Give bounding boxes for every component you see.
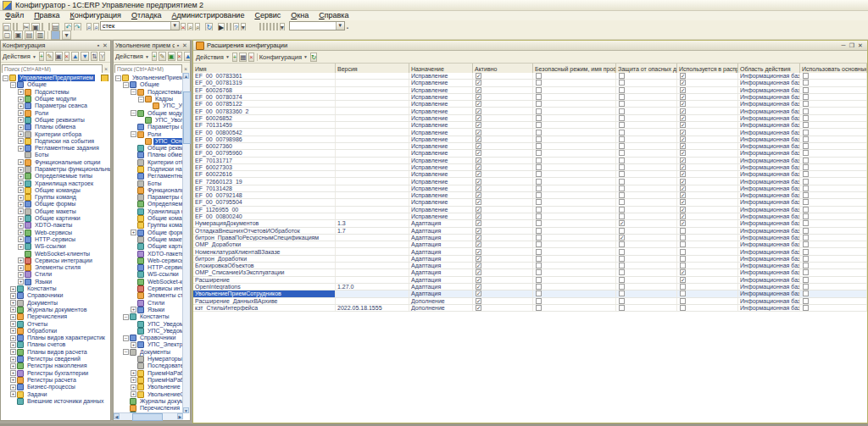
protection-unchecked-checkbox[interactable] bbox=[619, 101, 625, 107]
ext-active-cell[interactable]: ✓ bbox=[473, 73, 533, 79]
active-checked-checkbox[interactable]: ✓ bbox=[476, 150, 481, 156]
ext-scope-cell[interactable]: Информационная база bbox=[738, 192, 800, 198]
ext-purpose-cell[interactable]: Исправление bbox=[409, 207, 473, 213]
ext-version-cell[interactable] bbox=[336, 199, 409, 205]
safe-mode-unchecked-checkbox[interactable] bbox=[536, 284, 542, 290]
collapse-icon[interactable]: – bbox=[123, 349, 129, 355]
expand-icon[interactable]: + bbox=[10, 293, 16, 299]
protection-unchecked-checkbox[interactable] bbox=[619, 150, 625, 156]
active-checked-checkbox[interactable]: ✓ bbox=[476, 122, 481, 128]
horizontal-scrollbar[interactable]: ◀ ▶ bbox=[114, 412, 183, 420]
base-roles-unchecked-checkbox[interactable] bbox=[803, 192, 809, 198]
protection-checked-checkbox[interactable]: ✓ bbox=[619, 220, 625, 226]
ext-purpose-cell[interactable]: Адаптация bbox=[409, 220, 473, 226]
tree-item[interactable]: +Регистры расчета bbox=[1, 377, 110, 384]
ext-scope-cell[interactable]: Информационная база bbox=[738, 263, 800, 268]
tree-item[interactable]: +Параметры сеанса bbox=[1, 102, 110, 109]
active-checked-checkbox[interactable]: ✓ bbox=[476, 94, 481, 100]
protection-unchecked-checkbox[interactable] bbox=[619, 87, 625, 93]
safe-mode-unchecked-checkbox[interactable] bbox=[536, 220, 542, 226]
expand-icon[interactable]: + bbox=[131, 391, 136, 397]
expand-icon[interactable]: + bbox=[10, 385, 16, 390]
ext-safe-mode-cell[interactable] bbox=[533, 298, 616, 304]
tree-item[interactable]: УПС_ОсновнаяРол... bbox=[114, 138, 183, 145]
ext-protection-cell[interactable] bbox=[616, 263, 677, 268]
ext-version-cell[interactable] bbox=[336, 150, 409, 156]
ext-safe-mode-cell[interactable] bbox=[533, 101, 616, 107]
configuration-menu-button[interactable]: Конфигурация bbox=[259, 53, 302, 61]
layout-editor-icon[interactable]: ▥ bbox=[36, 30, 45, 40]
ext-scope-cell[interactable]: Информационная база bbox=[738, 143, 800, 149]
ext-scope-cell[interactable]: Информационная база bbox=[738, 73, 800, 79]
ext-safe-mode-cell[interactable] bbox=[533, 136, 616, 142]
protection-unchecked-checkbox[interactable] bbox=[619, 290, 625, 296]
ext-protection-cell[interactable] bbox=[616, 248, 677, 254]
ext-distributed-cell[interactable] bbox=[677, 248, 738, 254]
tree-item[interactable]: +Регистры накопления bbox=[1, 362, 110, 369]
collapse-icon[interactable]: – bbox=[131, 89, 136, 95]
ext-base-roles-cell[interactable] bbox=[800, 158, 867, 163]
ext-purpose-cell[interactable]: Исправление bbox=[409, 122, 473, 128]
ext-scope-cell[interactable]: Информационная база bbox=[738, 277, 800, 283]
ext-distributed-cell[interactable]: ✓ bbox=[677, 122, 738, 128]
expand-icon[interactable]: + bbox=[131, 342, 136, 348]
distributed-checked-checkbox[interactable]: ✓ bbox=[680, 87, 686, 93]
extension-row[interactable]: EF_60026768Исправление✓✓Информационная б… bbox=[193, 87, 867, 94]
tree-item[interactable]: –УвольнениеПриемСотруднико... bbox=[114, 75, 183, 81]
active-checked-checkbox[interactable]: ✓ bbox=[476, 305, 481, 311]
ext-distributed-cell[interactable] bbox=[677, 284, 738, 290]
safe-mode-unchecked-checkbox[interactable] bbox=[536, 150, 542, 156]
ext-name-cell[interactable]: EF_00_00783360_2 bbox=[193, 108, 336, 113]
tree-item[interactable]: Общие картинки bbox=[114, 243, 183, 250]
ext-safe-mode-cell[interactable] bbox=[533, 150, 616, 156]
ext-version-cell[interactable] bbox=[336, 277, 409, 283]
ext-safe-mode-cell[interactable] bbox=[533, 164, 616, 170]
ext-active-cell[interactable]: ✓ bbox=[473, 284, 533, 290]
expand-icon[interactable]: + bbox=[18, 159, 24, 165]
expand-icon[interactable]: + bbox=[18, 110, 24, 116]
chevron-down-icon[interactable]: ▼ bbox=[170, 22, 179, 30]
base-roles-unchecked-checkbox[interactable] bbox=[803, 284, 809, 290]
restore-icon[interactable]: ❐ bbox=[848, 42, 856, 49]
collapse-icon[interactable]: – bbox=[123, 314, 129, 320]
active-checked-checkbox[interactable]: ✓ bbox=[476, 228, 481, 234]
ext-version-cell[interactable] bbox=[336, 73, 409, 79]
ext-protection-cell[interactable] bbox=[616, 213, 677, 219]
tree-item[interactable]: Группы команд bbox=[114, 222, 183, 229]
protection-unchecked-checkbox[interactable] bbox=[619, 256, 625, 262]
extension-row[interactable]: битрон_ПраваПоРесурснымСпецификациямАдап… bbox=[193, 235, 867, 241]
ext-protection-cell[interactable] bbox=[616, 284, 677, 290]
extension-row[interactable]: кзт_СтильИнтерфейса2022.05.18.1555Дополн… bbox=[193, 305, 867, 312]
extension-row[interactable]: EF_00_00798986Исправление✓✓Информационна… bbox=[193, 136, 867, 143]
safe-mode-unchecked-checkbox[interactable] bbox=[536, 115, 542, 121]
ext-purpose-cell[interactable]: Адаптация bbox=[409, 263, 473, 268]
protection-unchecked-checkbox[interactable] bbox=[619, 263, 625, 268]
tree-item[interactable]: +Бизнес-процессы bbox=[1, 384, 110, 390]
tree-item[interactable]: +Общие команды bbox=[1, 187, 110, 194]
tree-item[interactable]: +Планы счетов bbox=[1, 341, 110, 348]
ext-version-cell[interactable] bbox=[336, 185, 409, 191]
ext-base-roles-cell[interactable] bbox=[800, 228, 867, 234]
protection-unchecked-checkbox[interactable] bbox=[619, 284, 625, 290]
ext-version-cell[interactable] bbox=[336, 80, 409, 86]
ext-base-roles-cell[interactable] bbox=[800, 192, 867, 198]
ext-protection-cell[interactable] bbox=[616, 115, 677, 121]
tree-item[interactable]: –Справочники bbox=[114, 335, 183, 341]
ext-version-cell[interactable] bbox=[336, 256, 409, 262]
distributed-unchecked-checkbox[interactable] bbox=[680, 305, 686, 311]
ext-base-roles-cell[interactable] bbox=[800, 248, 867, 254]
distributed-checked-checkbox[interactable]: ✓ bbox=[680, 130, 686, 136]
ext-active-cell[interactable]: ✓ bbox=[473, 235, 533, 241]
move-up-icon[interactable]: ▲ bbox=[71, 52, 79, 61]
expand-icon[interactable]: + bbox=[131, 307, 136, 313]
ext-active-cell[interactable]: ✓ bbox=[473, 150, 533, 156]
ext-distributed-cell[interactable]: ✓ bbox=[677, 150, 738, 156]
ext-base-roles-cell[interactable] bbox=[800, 122, 867, 128]
tree-item[interactable]: WS-ссылки bbox=[114, 271, 183, 278]
ext-purpose-cell[interactable]: Исправление bbox=[409, 158, 473, 163]
base-roles-unchecked-checkbox[interactable] bbox=[803, 220, 809, 226]
expand-icon[interactable]: + bbox=[10, 286, 16, 292]
ext-scope-cell[interactable]: Информационная база bbox=[738, 207, 800, 213]
safe-mode-unchecked-checkbox[interactable] bbox=[536, 228, 542, 234]
tree-item[interactable]: Общие команды bbox=[114, 215, 183, 222]
